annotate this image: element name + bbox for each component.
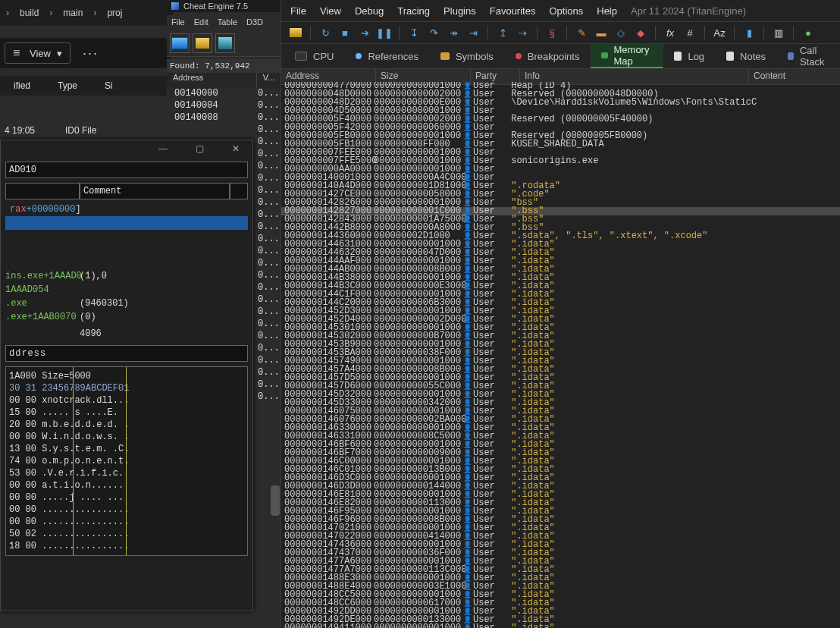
tab-call-stack[interactable]: Call Stack — [777, 44, 840, 68]
tab-cpu[interactable]: CPU — [284, 44, 345, 68]
debugger-toolbar: ↻ ■ ➔ ❚❚ ↧ ↷ ↠ ⇥ ↥ ⇢ § ✎ ▬ ◇ ◆ fx # Aᴢ ▮… — [281, 22, 840, 44]
menu-plugins[interactable]: Plugins — [444, 5, 476, 17]
file-columns-header: ified Type Si — [0, 76, 167, 96]
label-icon[interactable]: ◇ — [614, 26, 628, 39]
menu-view[interactable]: View — [320, 5, 341, 17]
run-icon[interactable]: ➔ — [358, 26, 371, 39]
ref-icon — [356, 53, 362, 59]
maximize-icon[interactable]: ▢ — [187, 142, 212, 155]
engine-info: Apr 11 2024 (TitanEngine) — [631, 5, 746, 17]
found-count: Found: 7,532,942 — [167, 59, 284, 73]
hash-icon[interactable]: # — [683, 26, 697, 39]
cheatengine-menubar[interactable]: File Edit Table D3D — [167, 15, 285, 29]
comment-icon[interactable]: ▬ — [594, 26, 608, 39]
bp-icon — [516, 53, 522, 59]
menu-favourites[interactable]: Favourites — [490, 5, 536, 17]
file-type: ID0 File — [65, 125, 96, 136]
file-date: 4 19:05 — [0, 125, 65, 136]
goto-address-input[interactable]: ddress — [5, 345, 248, 362]
view-dropdown[interactable]: View ▾ — [5, 42, 71, 64]
close-icon[interactable]: ✕ — [224, 142, 248, 155]
disasm-rows[interactable]: ins.exe+1AAAD0(1),01AAAD054.exe(9460301)… — [1, 269, 252, 341]
patch-icon[interactable]: § — [545, 26, 559, 39]
ce-results-header: Address V... — [167, 73, 281, 88]
debugger-menubar[interactable]: File View Debug Tracing Plugins Favourit… — [281, 0, 840, 22]
cheatengine-titlebar[interactable]: Cheat Engine 7.5 — [167, 0, 285, 12]
menu-file[interactable]: File — [290, 5, 306, 17]
window-caption[interactable]: ― ▢ ✕ — [1, 140, 252, 157]
fx-icon[interactable]: fx — [663, 26, 677, 39]
menu-file[interactable]: File — [171, 17, 185, 27]
crumb[interactable]: proj — [107, 8, 122, 18]
reg-rax: rax — [5, 204, 27, 215]
col-value[interactable]: V... — [257, 73, 281, 88]
bookmark-icon[interactable]: ◆ — [634, 26, 647, 39]
hex-dump[interactable]: 1A000 Size=5000 30 31 23456789ABCDEF01 0… — [5, 366, 248, 556]
tab-breakpoints[interactable]: Breakpoints — [505, 44, 591, 68]
scrollbar-thumb[interactable] — [271, 485, 280, 516]
chevron-down-icon: ▾ — [57, 48, 62, 59]
tab-symbols[interactable]: Symbols — [430, 44, 505, 68]
calc-icon[interactable]: ▥ — [772, 26, 785, 39]
cpu-icon — [295, 52, 307, 61]
open-file-icon[interactable] — [193, 33, 212, 53]
cs-icon — [788, 52, 794, 60]
tab-notes[interactable]: Notes — [716, 44, 777, 68]
extra-input[interactable] — [230, 183, 248, 199]
edit-icon[interactable]: ✎ — [575, 26, 588, 39]
log-icon — [674, 52, 682, 61]
globe-icon[interactable]: ● — [801, 26, 815, 39]
minimize-icon[interactable]: ― — [151, 142, 175, 155]
address-input[interactable]: AD010 — [5, 162, 248, 178]
menu-table[interactable]: Table — [218, 17, 237, 27]
run-to-icon[interactable]: ↥ — [496, 26, 509, 39]
font-icon[interactable]: Aᴢ — [713, 26, 726, 39]
cheatengine-toolbar — [167, 30, 284, 57]
bytes-input[interactable] — [5, 183, 80, 199]
menu-edit[interactable]: Edit — [194, 17, 208, 27]
tab-log[interactable]: Log — [663, 44, 716, 68]
open-icon[interactable] — [289, 26, 302, 39]
step-out-icon[interactable]: ↠ — [447, 26, 460, 39]
restart-icon[interactable]: ↻ — [318, 26, 332, 39]
explorer-toolbar: View ▾ ··· — [0, 38, 171, 68]
menu-d3d[interactable]: D3D — [246, 17, 263, 27]
pause-icon[interactable]: ❚❚ — [378, 26, 391, 39]
step-over-icon[interactable]: ↷ — [427, 26, 440, 39]
stop-icon[interactable]: ■ — [338, 26, 352, 39]
memory-map-list[interactable]: 00000000047700000000000000001000👤User He… — [281, 82, 840, 628]
col-type[interactable]: Type — [44, 80, 91, 91]
file-row[interactable]: 4 19:05 ID0 File — [0, 121, 167, 140]
tab-memory-map[interactable]: Memory Map — [591, 44, 663, 68]
open-process-icon[interactable] — [170, 33, 190, 53]
memory-row[interactable]: 00000001494110000000000000001000👤User ".… — [281, 624, 840, 628]
save-icon[interactable] — [215, 33, 235, 53]
menu-help[interactable]: Help — [597, 5, 617, 17]
crumb[interactable]: main — [63, 8, 83, 18]
debugger-tabs[interactable]: CPU References Symbols Breakpoints Memor… — [281, 44, 840, 69]
breadcrumb[interactable]: › build › main › proj — [0, 0, 173, 26]
notes-icon — [726, 52, 734, 61]
hamburger-icon — [13, 46, 24, 60]
col-date[interactable]: ified — [0, 80, 44, 91]
reg-offset: 00000000 — [32, 204, 76, 215]
menu-debug[interactable]: Debug — [355, 5, 384, 17]
crumb[interactable]: build — [20, 8, 39, 18]
cheatengine-icon — [171, 2, 179, 10]
trace-into-icon[interactable]: ⇥ — [466, 26, 480, 39]
skip-icon[interactable]: ⇢ — [516, 26, 529, 39]
hex-header: 1A000 Size=5000 — [9, 370, 244, 382]
chevron-right-icon: › — [6, 8, 9, 18]
module-icon[interactable]: ▮ — [742, 26, 756, 39]
chevron-right-icon: › — [49, 8, 52, 18]
selected-row[interactable] — [5, 216, 248, 230]
plus: + — [27, 204, 32, 215]
step-into-icon[interactable]: ↧ — [407, 26, 421, 39]
tab-references[interactable]: References — [345, 44, 429, 68]
menu-options[interactable]: Options — [549, 5, 583, 17]
menu-tracing[interactable]: Tracing — [397, 5, 430, 17]
more-button[interactable]: ··· — [83, 46, 99, 61]
col-address[interactable]: Address — [167, 73, 257, 88]
col-size[interactable]: Si — [91, 80, 127, 91]
comment-input[interactable]: Comment — [80, 183, 230, 199]
